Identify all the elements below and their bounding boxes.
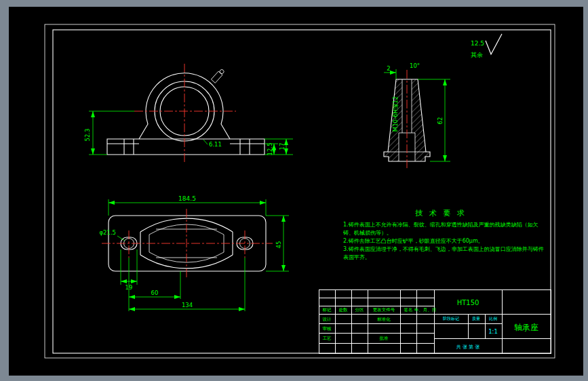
rev-header: 处数 [339, 307, 349, 313]
top-dim-bolt-span: 134 [182, 302, 193, 308]
material: HT150 [457, 299, 479, 306]
cad-viewport[interactable]: 52.3 12.5 17 6.11 2 10° 62 M10-6H深12 [0, 0, 588, 381]
tech-req-line: 1.铸件表面上不允许有冷隔、裂纹、缩孔和穿透性缺陷及严重的残缺类缺陷（如欠 [343, 222, 538, 228]
top-dim-inner-span: 60 [151, 289, 159, 296]
label-approve: 批准 [380, 336, 389, 341]
roughness-value: 12.5 [471, 40, 484, 47]
sign-row-process: 工艺 [323, 336, 332, 341]
top-dim-overall: 184.5 [178, 195, 196, 202]
scale-value: 1:1 [488, 328, 498, 335]
tech-req-line: 2.铸件去除工艺凸台时应铲平，砂眼直径应不大于60μm。 [343, 238, 484, 244]
side-dim-offset: 2 [387, 65, 390, 72]
rev-header: 分区 [355, 307, 365, 313]
side-dim-height: 62 [437, 117, 444, 125]
roughness-label: 其余 [471, 52, 483, 58]
tech-req-title: 技 术 要 求 [415, 209, 467, 218]
background [0, 0, 588, 381]
rev-header: 标记 [322, 307, 332, 313]
rev-header: 年、月、日 [414, 307, 437, 313]
label-standardization: 标准化 [376, 317, 391, 322]
part-name: 轴承座 [514, 323, 538, 332]
sign-row-design: 设计 [323, 317, 332, 322]
side-dim-thread: M10-6H深12 [392, 96, 399, 132]
front-dim-step: 12.5 [267, 143, 273, 156]
front-dim-note: 6.11 [209, 141, 222, 148]
info-header-scale: 比例 [489, 316, 497, 321]
sign-row-check: 审核 [323, 326, 332, 332]
rev-header: 签名 [404, 307, 413, 313]
sheet-count: 共 张 第 张 [456, 344, 480, 350]
front-dim-base: 17 [279, 143, 286, 151]
rev-header: 更改文件号 [373, 307, 395, 313]
top-dim-width: 45 [275, 241, 282, 249]
top-dim-slot-width: 19 [125, 284, 133, 291]
tech-req-line: 表面平齐。 [343, 254, 370, 260]
top-dim-slot-dia: φ21.5 [99, 229, 116, 236]
tech-req-line: 铸、机械损伤等）。 [342, 230, 392, 236]
tech-req-line: 3.铸件表面应清理干净，不得有毛刺、飞边，非加工表面上的浇冒口应清除并与铸件 [343, 246, 544, 252]
front-dim-height: 52.3 [84, 129, 91, 142]
cad-drawing: 52.3 12.5 17 6.11 2 10° 62 M10-6H深12 [0, 0, 588, 381]
side-dim-angle: 10° [410, 62, 420, 69]
info-header-weight: 质量 [472, 316, 480, 321]
info-header-stage: 阶段标记 [443, 316, 459, 321]
